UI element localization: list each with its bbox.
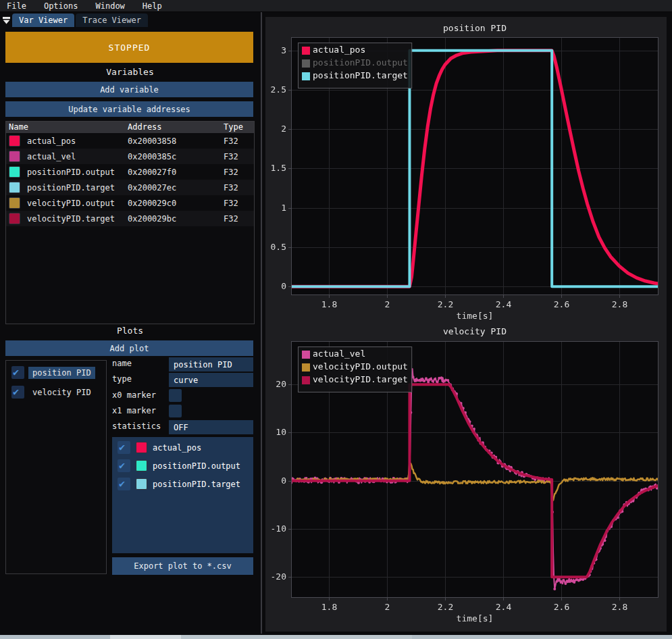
series-visible-checkbox[interactable] [118,478,130,490]
bottom-scrollbar-segment [181,635,412,639]
collapse-tabs-icon[interactable] [0,14,12,27]
statistics-toggle[interactable]: OFF [169,420,253,434]
variable-type: F32 [221,152,253,161]
table-row[interactable]: actual_vel 0x2000385c F32 [6,149,254,164]
variable-address: 0x200029c0 [125,199,221,208]
plot-list-item-velocity-pid[interactable]: velocity PID [6,384,106,400]
variable-color-swatch[interactable] [9,135,20,147]
variable-address: 0x2000385c [125,152,221,161]
x0-marker-checkbox[interactable] [169,389,182,402]
variable-color-swatch[interactable] [9,197,20,209]
variable-address: 0x200027ec [125,183,221,193]
variable-color-swatch[interactable] [9,182,20,193]
series-color-swatch[interactable] [136,478,147,490]
menu-help[interactable]: Help [143,1,162,11]
series-item-actual-pos[interactable]: actual_pos [112,440,253,455]
variable-type: F32 [221,136,253,146]
variable-type: F32 [221,199,253,208]
x1-marker-label: x1 marker [112,406,156,415]
update-variable-addresses-button[interactable]: Update variable addresses [5,101,253,117]
variable-type: F32 [221,183,253,193]
app-window: { "menu": { "items": ["File", "Options",… [0,0,672,639]
column-header-name[interactable]: Name [6,122,125,133]
menu-window[interactable]: Window [95,1,124,11]
variable-color-swatch[interactable] [9,151,20,162]
variable-address: 0x20003858 [125,136,221,146]
column-header-address[interactable]: Address [125,122,221,133]
x1-marker-checkbox[interactable] [169,405,182,417]
variables-table-body: actual_pos 0x20003858 F32 actual_vel 0x2… [6,133,254,226]
variable-address: 0x200029bc [125,214,221,224]
plot-type-select[interactable]: curve [169,373,253,387]
plot-name-label[interactable]: velocity PID [28,386,95,399]
add-variable-button[interactable]: Add variable [5,82,253,97]
type-label: type [112,374,132,384]
acquisition-state-button[interactable]: STOPPED [5,32,253,63]
plot-visible-checkbox[interactable] [11,386,24,399]
tab-var-viewer[interactable]: Var Viewer [12,14,74,27]
series-name-label: positionPID.target [153,480,240,489]
variable-address: 0x200027f0 [125,168,221,177]
table-row[interactable]: velocityPID.output 0x200029c0 F32 [6,195,254,211]
add-plot-button[interactable]: Add plot [5,340,253,356]
variable-name: positionPID.output [27,168,115,177]
series-name-label: actual_pos [153,443,201,453]
plot-list-item-position-pid[interactable]: position PID [6,365,106,380]
series-item-positionpid-target[interactable]: positionPID.target [112,476,253,492]
variable-color-swatch[interactable] [9,213,20,224]
name-label: name [112,359,132,368]
series-visible-checkbox[interactable] [118,441,130,454]
statistics-label: statistics [112,421,161,431]
plot-list: position PID velocity PID [5,360,107,574]
variables-table-header: Name Address Type [6,122,254,133]
plot-name-label[interactable]: position PID [28,367,95,379]
variable-name: actual_vel [27,152,76,161]
pid-charts-canvas[interactable] [265,17,667,632]
table-row[interactable]: velocityPID.target 0x200029bc F32 [6,211,254,226]
variable-name: velocityPID.output [27,199,115,208]
series-item-positionpid-output[interactable]: positionPID.output [112,458,253,474]
bottom-scrollbar-thumb[interactable] [110,635,181,639]
table-row[interactable]: positionPID.target 0x200027ec F32 [6,180,254,195]
menu-options[interactable]: Options [44,1,78,11]
variable-type: F32 [221,168,253,177]
series-name-label: positionPID.output [153,461,240,471]
tab-bar: Var Viewer Trace Viewer [0,12,260,27]
menu-bar: File Options Window Help [0,0,672,12]
variables-table: Name Address Type actual_pos 0x20003858 … [5,121,255,324]
x0-marker-label: x0 marker [112,390,156,400]
variables-section-title: Variables [0,67,260,77]
menu-file[interactable]: File [7,1,26,11]
plots-section-title: Plots [0,326,260,336]
variable-name: actual_pos [27,136,76,146]
plot-visible-checkbox[interactable] [11,366,24,379]
pane-splitter[interactable] [261,12,262,634]
series-color-swatch[interactable] [136,460,147,471]
table-row[interactable]: positionPID.output 0x200027f0 F32 [6,164,254,180]
series-visible-checkbox[interactable] [118,459,130,472]
variable-name: velocityPID.target [27,214,115,224]
variable-type: F32 [221,214,253,224]
column-header-type[interactable]: Type [221,122,253,133]
export-csv-button[interactable]: Export plot to *.csv [112,557,253,575]
variable-name: positionPID.target [27,183,115,193]
tab-trace-viewer[interactable]: Trace Viewer [76,14,148,27]
plot-series-list: actual_pos positionPID.output positionPI… [112,437,253,553]
variable-color-swatch[interactable] [9,166,20,178]
plot-name-input[interactable]: position PID [169,357,253,372]
bottom-scrollbar[interactable] [0,635,672,639]
series-color-swatch[interactable] [136,442,147,453]
charts-panel [265,17,667,632]
table-row[interactable]: actual_pos 0x20003858 F32 [6,133,254,149]
